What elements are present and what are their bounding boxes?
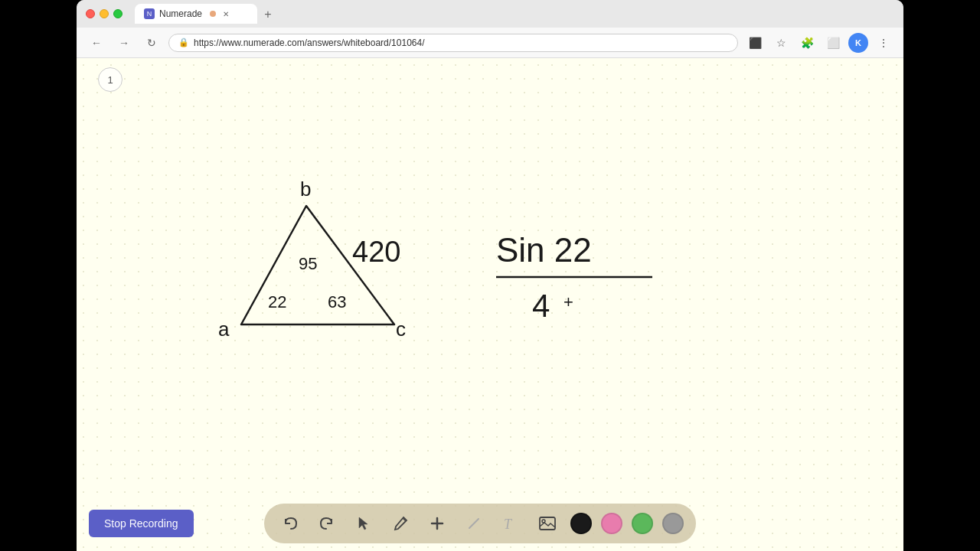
svg-line-14 <box>469 519 479 528</box>
page-indicator[interactable]: 1 <box>98 67 122 92</box>
traffic-lights <box>86 9 122 18</box>
maximize-button[interactable] <box>113 9 122 18</box>
tab-bar: N Numerade ✕ + <box>135 4 894 24</box>
page-number: 1 <box>107 74 113 86</box>
add-tool-button[interactable] <box>423 510 451 537</box>
tab-label: Numerade <box>159 8 202 19</box>
image-tool-button[interactable] <box>534 510 561 537</box>
svg-text:a: a <box>218 318 230 341</box>
svg-text:420: 420 <box>352 236 400 268</box>
browser-toolbar-icons: ⬛ ☆ 🧩 ⬜ K ⋮ <box>744 32 894 54</box>
extension-icon[interactable]: 🧩 <box>796 32 818 54</box>
forward-button[interactable]: → <box>113 32 135 54</box>
tab-favicon: N <box>144 8 155 19</box>
tool-palette: T <box>264 504 696 543</box>
url-text: https://www.numerade.com/answers/whitebo… <box>194 37 425 48</box>
profile-icon[interactable]: K <box>848 33 868 53</box>
svg-text:+: + <box>564 292 573 311</box>
undo-button[interactable] <box>276 510 304 537</box>
bottom-toolbar: Stop Recording <box>77 496 903 551</box>
tab-recording-dot <box>210 11 216 17</box>
color-green-swatch[interactable] <box>632 513 653 534</box>
close-button[interactable] <box>86 9 95 18</box>
pencil-tool-button[interactable] <box>387 510 414 537</box>
star-icon[interactable]: ☆ <box>770 32 792 54</box>
whiteboard-content: 1 b a c 95 22 63 420 Sin 22 4 + <box>77 58 903 551</box>
url-bar[interactable]: 🔒 https://www.numerade.com/answers/white… <box>168 34 738 52</box>
active-tab[interactable]: N Numerade ✕ <box>135 4 257 24</box>
svg-text:c: c <box>396 318 406 341</box>
more-menu-icon[interactable]: ⋮ <box>873 32 894 54</box>
svg-text:T: T <box>504 517 513 531</box>
whiteboard-drawing: b a c 95 22 63 420 Sin 22 4 + <box>77 58 903 551</box>
svg-text:63: 63 <box>328 292 346 311</box>
redo-button[interactable] <box>313 510 341 537</box>
lock-icon: 🔒 <box>178 37 189 47</box>
text-tool-button[interactable]: T <box>497 510 524 537</box>
svg-text:95: 95 <box>299 254 317 273</box>
svg-text:Sin 22: Sin 22 <box>496 231 592 269</box>
color-pink-swatch[interactable] <box>601 513 622 534</box>
select-tool-button[interactable] <box>350 510 377 537</box>
svg-text:b: b <box>300 178 311 201</box>
stop-recording-button[interactable]: Stop Recording <box>89 510 194 537</box>
color-gray-swatch[interactable] <box>662 513 684 534</box>
svg-text:4: 4 <box>532 288 550 324</box>
reload-button[interactable]: ↻ <box>141 32 162 54</box>
svg-text:22: 22 <box>268 292 286 311</box>
minimize-button[interactable] <box>100 9 109 18</box>
color-black-swatch[interactable] <box>570 513 592 534</box>
profile-menu-icon[interactable]: ⬜ <box>822 32 844 54</box>
svg-rect-16 <box>540 517 555 530</box>
tab-close-button[interactable]: ✕ <box>220 8 231 19</box>
new-tab-button[interactable]: + <box>259 5 277 24</box>
title-bar: N Numerade ✕ + <box>77 0 903 28</box>
eraser-tool-button[interactable] <box>460 510 488 537</box>
cast-icon[interactable]: ⬛ <box>744 32 766 54</box>
address-bar: ← → ↻ 🔒 https://www.numerade.com/answers… <box>77 28 903 58</box>
back-button[interactable]: ← <box>86 32 107 54</box>
browser-window: N Numerade ✕ + ← → ↻ 🔒 https://www.numer… <box>77 0 903 551</box>
